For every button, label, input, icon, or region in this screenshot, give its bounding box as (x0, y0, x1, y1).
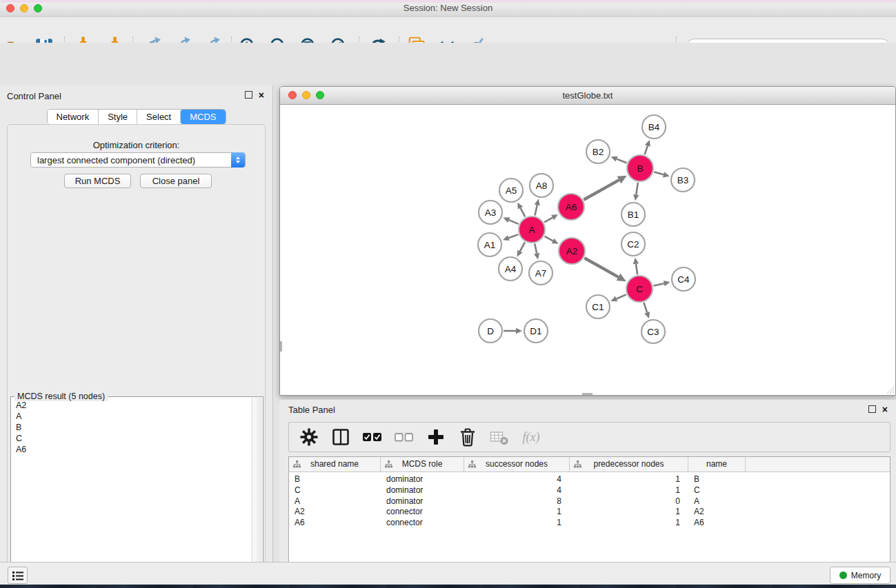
svg-text:B: B (637, 163, 643, 174)
column-header-name[interactable]: name (688, 457, 746, 472)
svg-text:A5: A5 (506, 185, 517, 196)
memory-status-icon (839, 571, 847, 579)
table-cell: A6 (289, 517, 381, 528)
graph-node-A5[interactable]: A5 (499, 179, 523, 202)
mcds-result-list[interactable]: A2ABCA6 (12, 400, 252, 588)
criterion-selected-value: largest connected component (directed) (37, 155, 195, 165)
memory-label: Memory (851, 571, 881, 580)
mdi-desktop: Control Panel × NetworkStyleSelectMCDS O… (0, 43, 896, 562)
graph-node-C2[interactable]: C2 (621, 232, 645, 256)
graph-node-C4[interactable]: C4 (672, 267, 695, 291)
criterion-select[interactable]: largest connected component (directed) (30, 152, 246, 168)
list-icon (12, 570, 24, 581)
table-cell: 4 (464, 485, 570, 496)
graph-node-D[interactable]: D (479, 319, 502, 343)
table-row[interactable]: A2connector11A2 (289, 506, 890, 517)
graph-node-B3[interactable]: B3 (671, 168, 695, 192)
tab-mcds[interactable]: MCDS (180, 110, 225, 124)
mcds-result-item[interactable]: B (12, 422, 252, 433)
close-table-panel-icon[interactable]: × (882, 406, 888, 413)
network-window-title: testGlobe.txt (280, 90, 895, 101)
graph-node-A3[interactable]: A3 (479, 201, 502, 224)
graph-node-A8[interactable]: A8 (530, 174, 553, 197)
split-panel-icon[interactable] (330, 427, 351, 447)
table-row[interactable]: Bdominator41B (289, 474, 890, 485)
window-titlebar: Session: New Session (0, 0, 896, 18)
column-header-shared-name[interactable]: shared name (289, 457, 381, 472)
svg-text:A1: A1 (484, 240, 496, 250)
graph-node-B4[interactable]: B4 (642, 115, 666, 139)
svg-text:B1: B1 (628, 210, 639, 220)
network-window-titlebar[interactable]: testGlobe.txt (280, 87, 895, 105)
float-table-panel-icon[interactable] (868, 405, 876, 413)
mcds-result-scrollbar[interactable] (252, 398, 262, 588)
mcds-result-item[interactable]: C (12, 433, 252, 444)
float-panel-icon[interactable] (245, 91, 252, 99)
optimization-criterion-label: Optimization criterion: (8, 140, 265, 150)
table-cell: 1 (570, 474, 688, 485)
bottom-scroll-indicator[interactable] (582, 393, 593, 395)
graph-node-A[interactable]: A (519, 216, 545, 243)
graph-node-C1[interactable]: C1 (586, 295, 610, 318)
add-row-icon[interactable] (426, 427, 446, 447)
resize-grip-icon[interactable] (884, 384, 895, 394)
memory-button[interactable]: Memory (830, 567, 890, 584)
task-history-button[interactable] (8, 567, 28, 584)
table-cell: A6 (688, 517, 746, 528)
graph-node-A1[interactable]: A1 (478, 233, 501, 256)
select-all-checkboxes-icon[interactable] (362, 427, 383, 447)
close-panel-icon[interactable]: × (259, 92, 264, 99)
graph-node-D1[interactable]: D1 (524, 319, 548, 343)
table-row[interactable]: A6connector11A6 (289, 517, 890, 528)
column-header-MCDS-role[interactable]: MCDS role (381, 457, 464, 472)
table-row[interactable]: Adominator80A (289, 496, 890, 507)
network-graph[interactable]: B4B2BB3A8A5A6B1A3AC2A1A2A4A7C4CC1C3DD1 (280, 104, 895, 394)
graph-node-A6[interactable]: A6 (558, 194, 584, 220)
graph-node-B1[interactable]: B1 (621, 203, 645, 226)
desktop-background (0, 585, 896, 588)
graph-node-A2[interactable]: A2 (559, 238, 585, 264)
svg-text:A3: A3 (485, 207, 497, 218)
left-scroll-indicator[interactable] (280, 341, 282, 352)
graph-node-C3[interactable]: C3 (641, 320, 665, 343)
status-bar: Memory (0, 562, 896, 585)
table-row[interactable]: Cdominator41C (289, 485, 890, 496)
column-header-predecessor-nodes[interactable]: predecessor nodes (570, 457, 688, 472)
graph-node-B2[interactable]: B2 (586, 140, 610, 163)
svg-text:A4: A4 (505, 264, 517, 274)
graph-node-A7[interactable]: A7 (529, 261, 552, 285)
svg-text:B4: B4 (648, 122, 660, 132)
table-cell: 8 (464, 496, 570, 507)
table-cell: dominator (381, 496, 464, 507)
delete-row-icon[interactable] (457, 427, 478, 447)
svg-text:A7: A7 (535, 268, 547, 278)
svg-text:A: A (528, 225, 535, 235)
column-label: successor nodes (464, 459, 569, 469)
svg-text:C3: C3 (647, 327, 659, 337)
deselect-all-checkboxes-icon[interactable] (394, 427, 415, 447)
table-cell: 1 (464, 506, 570, 517)
tab-select[interactable]: Select (137, 110, 180, 124)
svg-text:B2: B2 (593, 147, 604, 157)
column-header-successor-nodes[interactable]: successor nodes (464, 457, 570, 472)
run-mcds-button[interactable]: Run MCDS (64, 174, 131, 188)
select-stepper-icon (231, 152, 245, 168)
tab-style[interactable]: Style (98, 110, 137, 124)
network-view-window: testGlobe.txt B4B2BB3A8A5A6B1A3AC2A1A2A4… (279, 86, 896, 396)
mcds-result-item[interactable]: A6 (12, 444, 252, 455)
graph-node-C[interactable]: C (626, 276, 653, 302)
table-cell: C (688, 485, 746, 496)
graph-node-A4[interactable]: A4 (499, 257, 522, 281)
mcds-result-item[interactable]: A2 (12, 400, 252, 411)
tab-network[interactable]: Network (47, 110, 98, 124)
control-panel-tabs: NetworkStyleSelectMCDS (46, 109, 226, 125)
table-panel-title: Table Panel (288, 405, 335, 415)
close-panel-button[interactable]: Close panel (140, 174, 212, 188)
svg-text:D1: D1 (530, 326, 541, 336)
mcds-result-item[interactable]: A (12, 411, 252, 422)
svg-text:A6: A6 (566, 202, 577, 212)
table-header-row: shared nameMCDS rolesuccessor nodesprede… (289, 457, 890, 472)
graph-node-B[interactable]: B (627, 155, 653, 181)
table-cell: A (289, 496, 381, 507)
settings-icon[interactable] (299, 427, 319, 447)
